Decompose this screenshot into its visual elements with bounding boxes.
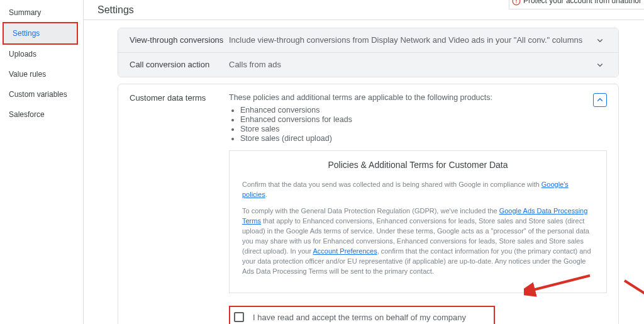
policy-paragraph-1: Confirm that the data you send was colle… xyxy=(242,180,594,200)
policy-title: Policies & Additional Terms for Customer… xyxy=(242,160,594,170)
collapse-button[interactable] xyxy=(593,93,607,107)
link-account-preferences[interactable]: Account Preferences xyxy=(313,247,377,255)
policy-paragraph-2: To comply with the General Data Protecti… xyxy=(242,206,594,277)
alert-icon xyxy=(512,0,521,6)
row-call-conversion-action[interactable]: Call conversion action Calls from ads xyxy=(118,53,618,77)
sidebar: Summary Settings Uploads Value rules Cus… xyxy=(0,0,84,324)
sidebar-item-settings[interactable]: Settings xyxy=(4,23,77,43)
chevron-down-icon xyxy=(593,35,607,46)
chevron-down-icon xyxy=(593,59,607,70)
svg-rect-1 xyxy=(516,0,516,2)
chevron-up-icon xyxy=(594,94,606,106)
main: Protect your account from unauthor Setti… xyxy=(84,0,644,324)
accept-terms-row[interactable]: I have read and accept the terms on beha… xyxy=(229,306,495,324)
settings-panel: View-through conversions Include view-th… xyxy=(118,28,619,77)
products-list: Enhanced conversions Enhanced conversion… xyxy=(240,106,593,143)
accept-checkbox[interactable] xyxy=(234,312,244,322)
customer-data-terms-card: Customer data terms These policies and a… xyxy=(118,84,619,324)
svg-rect-2 xyxy=(516,3,516,3)
sidebar-item-value-rules[interactable]: Value rules xyxy=(0,64,83,84)
sidebar-item-salesforce[interactable]: Salesforce xyxy=(0,104,83,125)
card-label: Customer data terms xyxy=(130,93,229,103)
sidebar-item-summary[interactable]: Summary xyxy=(0,3,83,23)
row-view-through-conversions[interactable]: View-through conversions Include view-th… xyxy=(118,28,618,53)
card-intro: These policies and additional terms are … xyxy=(229,93,593,102)
sidebar-item-uploads[interactable]: Uploads xyxy=(0,44,83,64)
policy-box: Policies & Additional Terms for Customer… xyxy=(229,150,607,293)
security-banner[interactable]: Protect your account from unauthor xyxy=(509,0,644,9)
sidebar-item-custom-variables[interactable]: Custom variables xyxy=(0,84,83,104)
accept-label: I have read and accept the terms on beha… xyxy=(253,313,466,322)
